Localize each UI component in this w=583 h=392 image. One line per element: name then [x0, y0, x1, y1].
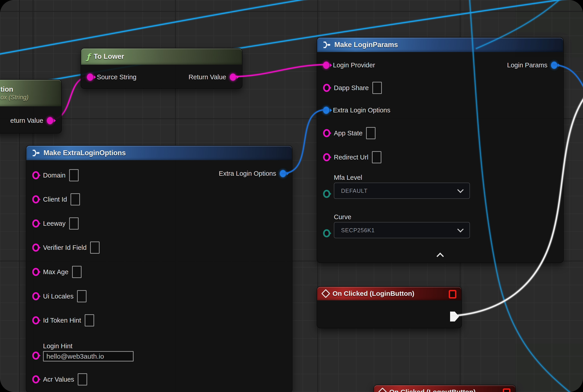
pin-row-max-age: Max Age	[32, 266, 82, 278]
chevron-down-icon	[457, 186, 464, 193]
pin-label: eturn Value	[10, 117, 43, 124]
delegate-pin[interactable]	[503, 388, 510, 392]
string-input-pin[interactable]	[323, 84, 330, 92]
node-subtitle: ox (String)	[0, 94, 28, 101]
node-on-clicked-logout-button[interactable]: On Clicked (LogoutButton)	[374, 385, 516, 392]
node-title: On Clicked (LogoutButton)	[389, 388, 476, 392]
node-title: Make ExtraLoginOptions	[44, 149, 126, 157]
pin-row-extra-login-options-in: Extra Login Options	[323, 106, 390, 114]
node-make-login-params[interactable]: Make LoginParams Login Provider Dapp Sha…	[317, 37, 564, 263]
mfa-level-dropdown[interactable]: DEFAULT	[334, 183, 470, 199]
pin-label: Extra Login Options	[333, 106, 390, 114]
node-title: On Clicked (LoginButton)	[332, 290, 414, 298]
struct-input-pin[interactable]	[323, 106, 329, 114]
string-input-pin[interactable]	[32, 171, 40, 179]
node-title: To Lower	[94, 52, 124, 60]
node-on-clicked-login-header[interactable]: On Clicked (LoginButton)	[317, 287, 461, 300]
pin-row-extra-login-options-out: Extra Login Options	[219, 170, 286, 177]
pin-label: Leeway	[43, 220, 66, 227]
node-to-lower-header[interactable]: ƒ To Lower	[81, 48, 242, 65]
value-box[interactable]	[70, 193, 80, 206]
dropdown-selected-value: SECP256K1	[341, 227, 374, 234]
pin-label: Source String	[97, 74, 136, 81]
pin-label: Return Value	[188, 74, 226, 81]
collapse-node-chevron[interactable]	[436, 252, 444, 260]
node-to-lower[interactable]: ƒ To Lower Source String Return Value	[81, 48, 242, 89]
value-box[interactable]	[372, 82, 382, 94]
value-box[interactable]	[85, 314, 94, 326]
value-box[interactable]	[366, 127, 376, 139]
value-box[interactable]	[69, 218, 78, 230]
value-box[interactable]	[372, 151, 382, 163]
pin-label: Dapp Share	[334, 84, 369, 92]
string-input-pin[interactable]	[32, 268, 40, 276]
value-box[interactable]	[69, 169, 78, 181]
pin-label: Extra Login Options	[219, 170, 276, 177]
pin-label: Verifier Id Field	[43, 244, 86, 252]
string-output-pin[interactable]	[47, 117, 53, 124]
pin-row-domain: Domain	[32, 169, 78, 181]
pin-row-curve: Curve SECP256K1	[323, 228, 470, 238]
pin-row-leeway: Leeway	[32, 218, 78, 230]
make-struct-icon	[32, 149, 40, 157]
pin-label: Ui Locales	[43, 293, 74, 300]
node-title: tion	[0, 86, 13, 94]
make-struct-icon	[322, 41, 331, 49]
pin-row-source-string: Source String	[87, 74, 136, 81]
pin-row-acr-values: Acr Values	[32, 373, 87, 386]
node-make-extra-login-options[interactable]: Make ExtraLoginOptions Domain Client Id …	[26, 145, 292, 392]
pin-row-login-params-out: Login Params	[507, 62, 557, 69]
login-hint-input[interactable]	[43, 351, 134, 362]
curve-dropdown[interactable]: SECP256K1	[334, 222, 470, 238]
string-input-pin[interactable]	[32, 195, 40, 204]
string-input-pin[interactable]	[87, 74, 93, 81]
enum-input-pin[interactable]	[323, 190, 330, 198]
node-make-extra-login-options-header[interactable]: Make ExtraLoginOptions	[26, 146, 292, 160]
node-on-clicked-logout-header[interactable]: On Clicked (LogoutButton)	[374, 385, 516, 392]
string-output-pin[interactable]	[230, 74, 236, 81]
pin-label: Domain	[43, 172, 66, 179]
pin-label: Acr Values	[43, 376, 74, 383]
struct-output-pin[interactable]	[551, 62, 557, 69]
node-make-login-params-header[interactable]: Make LoginParams	[317, 38, 563, 52]
value-box[interactable]	[90, 242, 100, 254]
string-input-pin[interactable]	[323, 153, 330, 161]
event-diamond-icon	[321, 289, 330, 298]
string-input-pin[interactable]	[32, 244, 40, 252]
dropdown-selected-value: DEFAULT	[341, 188, 368, 194]
pin-label: Max Age	[43, 268, 68, 276]
string-input-pin[interactable]	[32, 316, 40, 324]
pin-row-app-state: App State	[323, 127, 376, 139]
pin-row-return-value: eturn Value	[10, 117, 53, 124]
string-input-pin[interactable]	[32, 220, 40, 228]
pin-label: Login Provider	[333, 62, 375, 69]
pin-row-dapp-share: Dapp Share	[323, 82, 382, 94]
pin-row-mfa-level: Mfa Level DEFAULT	[323, 189, 470, 199]
node-get-text-header[interactable]: tion ox (String)	[0, 80, 61, 106]
struct-output-pin[interactable]	[280, 170, 286, 177]
event-diamond-icon	[378, 388, 387, 392]
wire-long-distance-upper[interactable]	[0, 0, 342, 55]
pin-row-login-hint: Login Hint	[32, 342, 134, 362]
blueprint-graph-canvas[interactable]: tion ox (String) eturn Value ƒ To Lower …	[0, 0, 583, 392]
pin-row-verifier-id-field: Verifier Id Field	[32, 242, 100, 254]
value-box[interactable]	[72, 266, 82, 278]
string-input-pin[interactable]	[323, 62, 329, 69]
string-input-pin[interactable]	[323, 129, 330, 137]
exec-output-pin[interactable]	[450, 312, 459, 322]
pin-label: Client Id	[43, 196, 67, 203]
value-box[interactable]	[77, 290, 86, 302]
string-input-pin[interactable]	[32, 292, 40, 300]
pin-row-return-value: Return Value	[188, 74, 236, 81]
node-on-clicked-login-button[interactable]: On Clicked (LoginButton)	[317, 286, 462, 328]
string-input-pin[interactable]	[32, 352, 40, 360]
node-get-text-partial[interactable]: tion ox (String) eturn Value	[0, 79, 62, 133]
pin-row-ui-locales: Ui Locales	[32, 290, 86, 302]
value-box[interactable]	[78, 373, 87, 386]
pin-label: Curve	[334, 213, 470, 221]
pin-row-redirect-url: Redirect Url	[323, 151, 382, 163]
delegate-pin[interactable]	[449, 290, 456, 298]
pin-label: Login Hint	[43, 342, 134, 350]
enum-input-pin[interactable]	[323, 229, 330, 237]
string-input-pin[interactable]	[32, 375, 40, 384]
